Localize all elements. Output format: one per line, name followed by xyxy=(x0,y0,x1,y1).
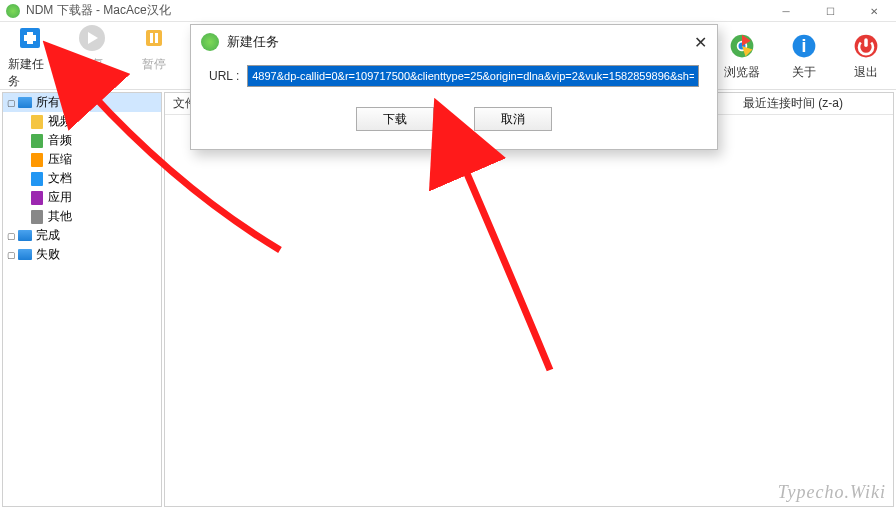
exit-label: 退出 xyxy=(854,64,878,81)
tree-label: 所有 xyxy=(36,94,60,111)
tree-label: 失败 xyxy=(36,246,60,263)
about-icon: i xyxy=(788,30,820,62)
exit-button[interactable]: 退出 xyxy=(844,30,888,81)
pause-icon xyxy=(138,22,170,54)
tree-node-zip[interactable]: 压缩 xyxy=(3,150,161,169)
window-title: NDM 下载器 - MacAce汉化 xyxy=(26,2,171,19)
new-task-button[interactable]: 新建任务 xyxy=(8,22,52,90)
tree-node-audio[interactable]: 音频 xyxy=(3,131,161,150)
tree-panel[interactable]: ▢ 所有 视频 音频 压缩 文档 应用 其他 ▢ xyxy=(2,92,162,507)
svg-rect-5 xyxy=(146,30,162,46)
list-panel[interactable]: 文件 最近连接时间 (z-a) xyxy=(164,92,894,507)
new-task-modal: 新建任务 ✕ URL : 下载 取消 xyxy=(190,24,718,150)
tree-label: 压缩 xyxy=(48,151,72,168)
folder-icon xyxy=(17,247,33,263)
title-bar: NDM 下载器 - MacAce汉化 ─ ☐ ✕ xyxy=(0,0,896,22)
window-controls: ─ ☐ ✕ xyxy=(764,0,896,22)
tree-label: 视频 xyxy=(48,113,72,130)
folder-icon xyxy=(17,228,33,244)
tree-node-other[interactable]: 其他 xyxy=(3,207,161,226)
pause-label: 暂停 xyxy=(142,56,166,73)
cancel-button[interactable]: 取消 xyxy=(474,107,552,131)
resume-icon xyxy=(76,22,108,54)
close-button[interactable]: ✕ xyxy=(852,0,896,22)
watermark: Typecho.Wiki xyxy=(778,482,886,503)
resume-label: 恢复 xyxy=(80,56,104,73)
app-icon-node xyxy=(29,190,45,206)
tree-node-fail[interactable]: ▢ 失败 xyxy=(3,245,161,264)
expander-icon[interactable]: ▢ xyxy=(5,98,17,108)
other-icon xyxy=(29,209,45,225)
url-label: URL : xyxy=(209,69,239,83)
resume-button[interactable]: 恢复 xyxy=(70,22,114,90)
tree-node-all[interactable]: ▢ 所有 xyxy=(3,93,161,112)
svg-rect-6 xyxy=(150,33,153,43)
audio-icon xyxy=(29,133,45,149)
modal-footer: 下载 取消 xyxy=(191,107,717,131)
col-time-header[interactable]: 最近连接时间 (z-a) xyxy=(743,95,893,112)
svg-rect-2 xyxy=(24,35,36,41)
browser-label: 浏览器 xyxy=(724,64,760,81)
modal-title-bar: 新建任务 ✕ xyxy=(191,25,717,59)
tree-node-doc[interactable]: 文档 xyxy=(3,169,161,188)
svg-rect-14 xyxy=(864,38,868,47)
tree-label: 完成 xyxy=(36,227,60,244)
url-input[interactable] xyxy=(247,65,699,87)
modal-app-icon xyxy=(201,33,219,51)
about-label: 关于 xyxy=(792,64,816,81)
modal-close-button[interactable]: ✕ xyxy=(694,33,707,52)
expander-icon[interactable]: ▢ xyxy=(5,231,17,241)
modal-title: 新建任务 xyxy=(227,33,279,51)
expander-icon[interactable]: ▢ xyxy=(5,250,17,260)
folder-icon xyxy=(17,95,33,111)
maximize-button[interactable]: ☐ xyxy=(808,0,852,22)
video-icon xyxy=(29,114,45,130)
download-button[interactable]: 下载 xyxy=(356,107,434,131)
exit-icon xyxy=(850,30,882,62)
tree-label: 其他 xyxy=(48,208,72,225)
tree-label: 文档 xyxy=(48,170,72,187)
browser-icon xyxy=(726,30,758,62)
minimize-button[interactable]: ─ xyxy=(764,0,808,22)
zip-icon xyxy=(29,152,45,168)
about-button[interactable]: i 关于 xyxy=(782,30,826,81)
main-area: ▢ 所有 视频 音频 压缩 文档 应用 其他 ▢ xyxy=(0,90,896,509)
svg-rect-7 xyxy=(155,33,158,43)
modal-body: URL : xyxy=(191,59,717,93)
tree-label: 应用 xyxy=(48,189,72,206)
pause-button[interactable]: 暂停 xyxy=(132,22,176,90)
tree-node-video[interactable]: 视频 xyxy=(3,112,161,131)
doc-icon xyxy=(29,171,45,187)
app-icon xyxy=(6,4,20,18)
new-task-icon xyxy=(14,22,46,54)
svg-text:i: i xyxy=(802,36,807,56)
tree-node-app[interactable]: 应用 xyxy=(3,188,161,207)
tree-node-done[interactable]: ▢ 完成 xyxy=(3,226,161,245)
new-task-label: 新建任务 xyxy=(8,56,52,90)
tree-label: 音频 xyxy=(48,132,72,149)
browser-button[interactable]: 浏览器 xyxy=(720,30,764,81)
